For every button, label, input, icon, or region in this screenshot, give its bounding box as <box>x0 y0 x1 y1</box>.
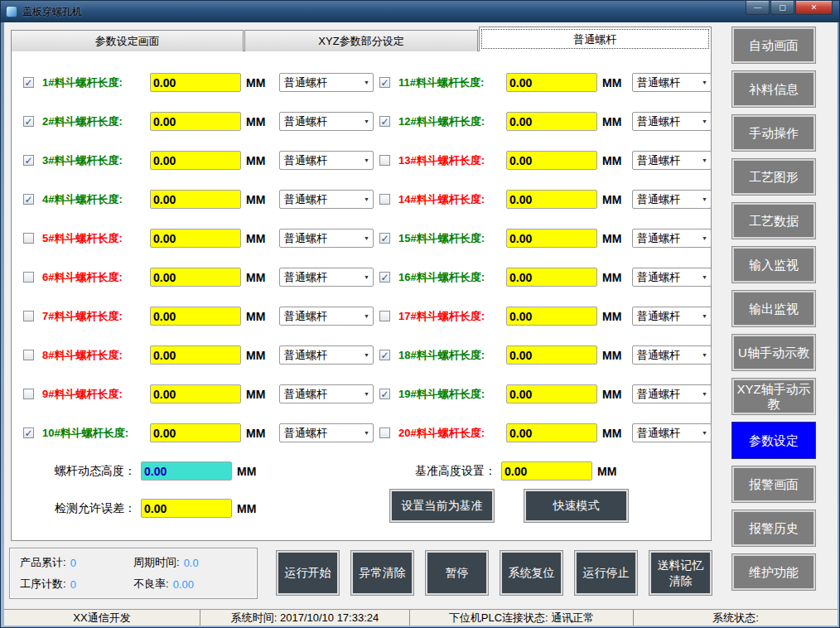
hopper-label: 10#料斗螺杆长度: <box>42 426 145 441</box>
length-value-field[interactable] <box>506 151 597 170</box>
hopper-checkbox[interactable] <box>379 428 390 438</box>
sidebar-item-10[interactable]: 参数设定 <box>731 422 816 459</box>
length-value-field[interactable] <box>150 423 241 442</box>
length-value-field[interactable] <box>506 345 597 365</box>
minimize-icon[interactable]: — <box>746 1 770 15</box>
length-value-field[interactable] <box>150 229 241 248</box>
hopper-row: 6#料斗螺杆长度:MM普通螺杆▼ <box>23 258 374 297</box>
tab-1[interactable]: 参数设定画面 <box>11 30 244 51</box>
length-value-field[interactable] <box>150 345 241 365</box>
hopper-checkbox[interactable] <box>23 350 34 360</box>
control-button-3[interactable]: 暂停 <box>425 550 489 596</box>
control-button-1[interactable]: 运行开始 <box>276 550 340 596</box>
control-button-4[interactable]: 系统复位 <box>500 550 563 596</box>
hopper-checkbox[interactable] <box>23 272 34 283</box>
length-value-field[interactable] <box>506 307 597 326</box>
sidebar-item-6[interactable]: 输入监视 <box>731 246 816 283</box>
screw-type-value: 普通螺杆 <box>637 114 680 129</box>
hopper-checkbox[interactable] <box>379 311 390 321</box>
hopper-checkbox[interactable] <box>379 194 390 205</box>
screw-type-dropdown[interactable]: 普通螺杆▼ <box>279 307 374 326</box>
length-value-field[interactable] <box>150 112 241 131</box>
hopper-checkbox[interactable]: ✓ <box>23 116 34 127</box>
tab-3[interactable]: 普通螺杆 <box>479 27 712 51</box>
sidebar-item-12[interactable]: 报警历史 <box>731 510 816 547</box>
screw-type-dropdown[interactable]: 普通螺杆▼ <box>279 268 374 287</box>
control-button-2[interactable]: 异常清除 <box>350 550 414 596</box>
length-value-field[interactable] <box>506 384 597 403</box>
screw-type-dropdown[interactable]: 普通螺杆▼ <box>279 73 374 92</box>
screw-type-dropdown[interactable]: 普通螺杆▼ <box>632 345 712 365</box>
hopper-checkbox[interactable]: ✓ <box>379 77 390 88</box>
hopper-checkbox[interactable] <box>23 389 34 399</box>
length-value-field[interactable] <box>506 112 597 131</box>
screw-type-dropdown[interactable]: 普通螺杆▼ <box>632 190 712 209</box>
sidebar-item-7[interactable]: 输出监视 <box>731 290 816 327</box>
screw-type-dropdown[interactable]: 普通螺杆▼ <box>279 229 374 248</box>
screw-type-dropdown[interactable]: 普通螺杆▼ <box>279 112 374 131</box>
base-height-field[interactable] <box>501 461 592 481</box>
sidebar-item-8[interactable]: U轴手动示教 <box>731 334 816 371</box>
hopper-row: 17#料斗螺杆长度:MM普通螺杆▼ <box>379 297 711 336</box>
screw-type-dropdown[interactable]: 普通螺杆▼ <box>279 190 374 209</box>
chevron-down-icon: ▼ <box>702 274 707 280</box>
chevron-down-icon: ▼ <box>364 157 369 163</box>
sidebar-item-1[interactable]: 自动画面 <box>731 27 816 64</box>
hopper-checkbox[interactable]: ✓ <box>23 194 34 205</box>
hopper-checkbox[interactable]: ✓ <box>23 428 34 438</box>
length-value-field[interactable] <box>506 423 597 442</box>
screw-type-dropdown[interactable]: 普通螺杆▼ <box>279 345 374 365</box>
hopper-checkbox[interactable]: ✓ <box>23 155 34 166</box>
tolerance-field[interactable] <box>141 499 232 518</box>
maximize-icon[interactable]: ▢ <box>770 1 794 15</box>
screw-type-dropdown[interactable]: 普通螺杆▼ <box>632 73 712 92</box>
length-value-field[interactable] <box>506 268 597 287</box>
screw-type-dropdown[interactable]: 普通螺杆▼ <box>632 151 712 170</box>
screw-type-dropdown[interactable]: 普通螺杆▼ <box>279 151 374 170</box>
sidebar-item-3[interactable]: 手动操作 <box>731 114 816 152</box>
hopper-checkbox[interactable]: ✓ <box>379 116 390 127</box>
screw-type-dropdown[interactable]: 普通螺杆▼ <box>632 423 712 442</box>
screw-type-dropdown[interactable]: 普通螺杆▼ <box>279 384 374 403</box>
set-base-button[interactable]: 设置当前为基准 <box>389 489 495 523</box>
sidebar-item-4[interactable]: 工艺图形 <box>731 158 816 196</box>
screw-type-dropdown[interactable]: 普通螺杆▼ <box>632 307 712 326</box>
status-cell-2: 系统时间: 2017/10/10 17:33:24 <box>200 610 410 626</box>
close-icon[interactable]: ✕ <box>795 1 833 15</box>
screw-type-dropdown[interactable]: 普通螺杆▼ <box>632 112 712 131</box>
hopper-checkbox[interactable]: ✓ <box>379 389 390 399</box>
hopper-checkbox[interactable] <box>23 233 34 244</box>
length-value-field[interactable] <box>506 73 597 92</box>
sidebar-item-13[interactable]: 维护功能 <box>731 553 816 591</box>
screw-type-dropdown[interactable]: 普通螺杆▼ <box>632 229 712 248</box>
hopper-checkbox[interactable] <box>379 155 390 166</box>
screw-type-dropdown[interactable]: 普通螺杆▼ <box>279 423 374 442</box>
length-value-field[interactable] <box>150 384 241 403</box>
hopper-label: 16#料斗螺杆长度: <box>398 270 501 285</box>
control-button-5[interactable]: 运行停止 <box>574 550 638 596</box>
length-value-field[interactable] <box>150 268 241 287</box>
sidebar-item-9[interactable]: XYZ轴手动示教 <box>731 378 816 415</box>
hopper-checkbox[interactable]: ✓ <box>23 77 34 88</box>
sidebar-item-2[interactable]: 补料信息 <box>731 70 816 108</box>
sidebar-item-5[interactable]: 工艺数据 <box>731 202 816 239</box>
length-value-field[interactable] <box>150 73 241 92</box>
hopper-checkbox[interactable] <box>23 311 34 321</box>
length-value-field[interactable] <box>150 151 241 170</box>
hopper-checkbox[interactable]: ✓ <box>379 272 390 283</box>
fast-mode-button[interactable]: 快速模式 <box>524 489 629 523</box>
sidebar-item-11[interactable]: 报警画面 <box>731 466 816 503</box>
screw-type-dropdown[interactable]: 普通螺杆▼ <box>632 384 712 403</box>
control-button-6[interactable]: 送料记忆清除 <box>649 550 712 596</box>
dynamic-height-field[interactable] <box>141 461 232 481</box>
length-value-field[interactable] <box>150 190 241 209</box>
length-value-field[interactable] <box>150 307 241 326</box>
tab-2[interactable]: XYZ参数部分设定 <box>244 30 477 51</box>
hopper-checkbox[interactable]: ✓ <box>379 233 390 244</box>
tolerance-row: 检测允许误差：MM <box>23 490 374 527</box>
screw-type-dropdown[interactable]: 普通螺杆▼ <box>632 268 712 287</box>
hopper-checkbox[interactable]: ✓ <box>379 350 390 360</box>
length-value-field[interactable] <box>506 229 597 248</box>
length-value-field[interactable] <box>506 190 597 209</box>
hopper-row: ✓4#料斗螺杆长度:MM普通螺杆▼ <box>23 180 374 219</box>
